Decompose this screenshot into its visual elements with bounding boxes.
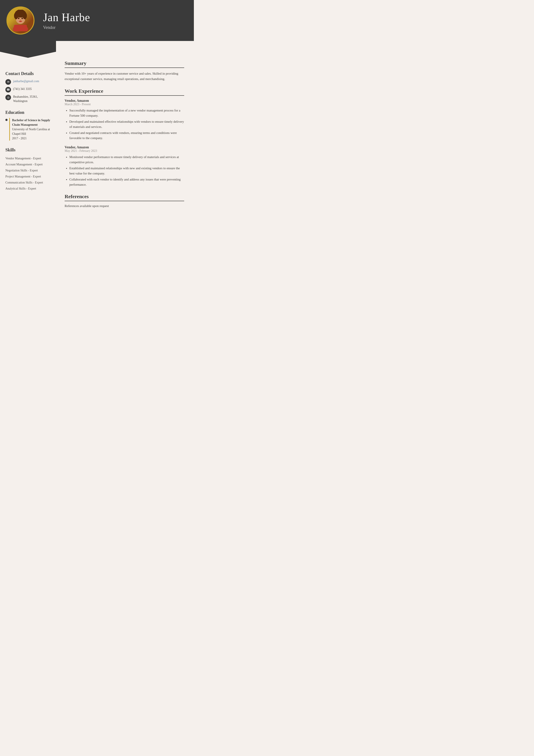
phone-icon: ☎ [5, 87, 11, 93]
job-dates-0: March 2023 - Present [64, 103, 184, 106]
skill-item: Analytical Skills - Expert [5, 186, 51, 192]
svg-rect-6 [14, 25, 27, 31]
avatar-svg [10, 10, 31, 31]
work-experience-title: Work Experience [64, 88, 184, 96]
references-title: References [64, 194, 184, 201]
skill-item: Negotiation Skills - Expert [5, 168, 51, 174]
svg-point-9 [20, 19, 21, 20]
job-dates-1: May 2021 - February 2023 [64, 149, 184, 153]
header-text-block: Jan Harbe Vendor [43, 11, 90, 30]
references-text: References available upon request [64, 204, 184, 208]
skills-section: Skills Vendor Management - ExpertAccount… [5, 148, 51, 192]
job-title-1: Vendor, Amazon [64, 145, 184, 149]
job-bullets-0: Successfully managed the implementation … [64, 108, 184, 141]
header: Jan Harbe Vendor [0, 0, 194, 41]
edu-content: Bachelor of Science in Supply Chain Mana… [9, 118, 51, 141]
job-bullets-1: Monitored vendor performance to ensure t… [64, 154, 184, 187]
main-content: Summary Vendor with 10+ years of experie… [56, 52, 194, 223]
location-contact-item: ◎ Beahanshire, 35361, Washington [5, 94, 51, 103]
chevron-decoration [0, 41, 56, 52]
phone-text: (741) 341 3335 [13, 87, 32, 91]
edu-institution: University of North Carolina at Chapel H… [12, 128, 50, 135]
skill-item: Project Management - Expert [5, 174, 51, 180]
address-line1: Beahanshire, 35361, [13, 95, 38, 98]
skill-item: Vendor Management - Expert [5, 155, 51, 162]
education-section: Education Bachelor of Science in Supply … [5, 110, 51, 141]
address-line2: Washington [13, 99, 28, 103]
svg-point-4 [23, 12, 27, 19]
skills-list: Vendor Management - ExpertAccount Manage… [5, 155, 51, 192]
svg-point-7 [18, 18, 19, 19]
job-title-0: Vendor, Amazon [64, 99, 184, 103]
svg-point-3 [14, 12, 18, 19]
job-bullet-1-2: Collaborated with each vendor to identif… [69, 177, 184, 187]
email-link[interactable]: janharbe@gmail.com [13, 80, 39, 83]
summary-title: Summary [64, 60, 184, 68]
job-bullet-0-0: Successfully managed the implementation … [69, 108, 184, 118]
education-item: Bachelor of Science in Supply Chain Mana… [5, 118, 51, 141]
jobs-list: Vendor, AmazonMarch 2023 - PresentSucces… [64, 99, 184, 187]
candidate-title: Vendor [43, 25, 90, 30]
job-block-0: Vendor, AmazonMarch 2023 - PresentSucces… [64, 99, 184, 141]
work-experience-section: Work Experience Vendor, AmazonMarch 2023… [64, 88, 184, 187]
skills-section-title: Skills [5, 148, 51, 152]
skill-item: Account Management - Expert [5, 162, 51, 168]
svg-point-8 [21, 18, 23, 19]
edu-years: 2017 - 2021 [12, 137, 27, 140]
edu-bullet-icon [5, 119, 8, 121]
candidate-name: Jan Harbe [43, 11, 90, 24]
job-bullet-1-0: Monitored vendor performance to ensure t… [69, 154, 184, 165]
references-section: References References available upon req… [64, 194, 184, 208]
education-section-title: Education [5, 110, 51, 115]
location-icon: ◎ [5, 94, 11, 100]
job-bullet-0-2: Created and negotiated contracts with ve… [69, 130, 184, 141]
job-bullet-1-1: Established and maintained relationships… [69, 166, 184, 176]
edu-degree: Bachelor of Science in Supply Chain Mana… [12, 119, 50, 126]
avatar [7, 7, 35, 35]
phone-contact-item: ☎ (741) 341 3335 [5, 87, 51, 93]
summary-section: Summary Vendor with 10+ years of experie… [64, 60, 184, 82]
contact-section: Contact Details ✉ janharbe@gmail.com ☎ (… [5, 71, 51, 103]
email-icon: ✉ [5, 79, 11, 85]
avatar-image [7, 7, 34, 35]
contact-section-title: Contact Details [5, 71, 51, 76]
skill-item: Communication Skills - Expert [5, 180, 51, 186]
job-block-1: Vendor, AmazonMay 2021 - February 2023Mo… [64, 145, 184, 187]
email-contact-item: ✉ janharbe@gmail.com [5, 79, 51, 85]
sidebar: Contact Details ✉ janharbe@gmail.com ☎ (… [0, 52, 56, 223]
svg-point-10 [19, 21, 22, 22]
job-bullet-0-1: Developed and maintained effective relat… [69, 119, 184, 129]
body-container: Contact Details ✉ janharbe@gmail.com ☎ (… [0, 52, 194, 223]
summary-text: Vendor with 10+ years of experience in c… [64, 71, 184, 82]
